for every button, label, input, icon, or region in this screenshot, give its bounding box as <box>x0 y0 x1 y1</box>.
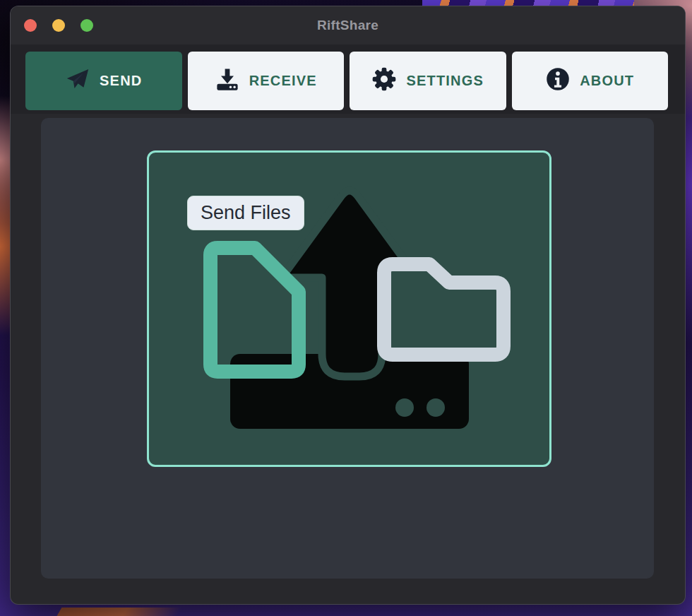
gear-icon <box>371 66 397 95</box>
tab-about[interactable]: ABOUT <box>512 52 669 110</box>
tab-about-label: ABOUT <box>580 73 634 89</box>
send-files-button[interactable]: Send Files <box>187 196 304 230</box>
content-panel: Send Files <box>41 118 654 579</box>
tab-settings[interactable]: SETTINGS <box>350 52 506 110</box>
tab-receive-label: RECEIVE <box>249 73 317 89</box>
wallpaper-accent <box>57 608 182 616</box>
window-title: RiftShare <box>11 6 685 45</box>
tab-bar: SEND RECEIVE <box>11 45 685 114</box>
close-button[interactable] <box>24 19 37 32</box>
paper-plane-icon <box>65 66 90 95</box>
tab-send[interactable]: SEND <box>25 52 182 110</box>
download-tray-icon <box>215 66 240 95</box>
title-bar[interactable]: RiftShare <box>11 6 685 45</box>
file-drop-zone[interactable]: Send Files <box>147 150 551 467</box>
tab-receive[interactable]: RECEIVE <box>188 52 345 110</box>
info-circle-icon <box>545 66 571 95</box>
zoom-button[interactable] <box>80 19 93 32</box>
tab-settings-label: SETTINGS <box>406 73 484 89</box>
minimize-button[interactable] <box>52 19 65 32</box>
tab-send-label: SEND <box>100 73 142 89</box>
riftshare-window: RiftShare SEND <box>10 6 686 605</box>
